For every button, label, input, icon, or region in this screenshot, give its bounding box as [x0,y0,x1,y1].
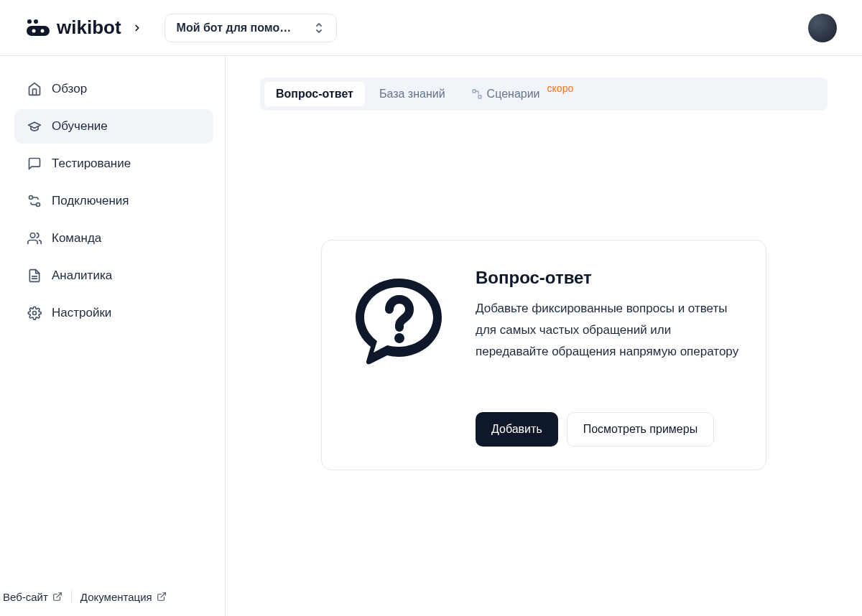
soon-badge: скоро [547,83,574,94]
website-link[interactable]: Веб-сайт [3,591,62,603]
tab-label: Сценарии [487,88,540,101]
bot-selector-label: Мой бот для помо… [177,22,292,34]
tabs: Вопрос-ответ База знаний Сценарии скоро [260,78,828,111]
plug-icon [27,194,42,208]
sidebar-item-analytics[interactable]: Аналитика [14,258,213,293]
tab-label: Вопрос-ответ [276,88,353,101]
sidebar: Обзор Обучение Тестирование Подключения [0,56,226,616]
graduation-icon [27,119,42,134]
sidebar-item-label: Команда [52,231,101,246]
empty-title: Вопрос-ответ [476,268,743,288]
svg-point-0 [27,19,32,24]
header-left: wikibot Мой бот для помо… [25,14,337,42]
svg-point-1 [34,19,38,24]
sidebar-item-label: Обучение [52,119,108,134]
header: wikibot Мой бот для помо… [0,0,862,56]
tab-qa[interactable]: Вопрос-ответ [264,82,365,106]
gear-icon [27,306,42,320]
divider [71,590,72,603]
question-bubble-icon [345,268,453,375]
logo-text: wikibot [57,17,121,39]
sidebar-item-label: Подключения [52,194,129,208]
sidebar-item-training[interactable]: Обучение [14,109,213,144]
svg-line-12 [161,593,165,597]
sidebar-item-label: Обзор [52,82,87,96]
svg-rect-2 [27,26,50,36]
logo[interactable]: wikibot [25,17,121,39]
sidebar-item-overview[interactable]: Обзор [14,72,213,106]
svg-rect-14 [478,95,481,98]
sidebar-footer: Веб-сайт Документация [0,577,213,616]
sidebar-item-label: Настройки [52,306,111,320]
empty-actions: Добавить Посмотреть примеры [476,412,743,447]
sidebar-item-team[interactable]: Команда [14,221,213,256]
updown-icon [313,22,325,34]
tab-knowledge-base[interactable]: База знаний [368,82,457,106]
tab-scenarios[interactable]: Сценарии скоро [460,82,585,106]
website-link-label: Веб-сайт [3,591,48,603]
logo-icon [25,19,51,37]
sidebar-item-integrations[interactable]: Подключения [14,184,213,218]
bot-selector[interactable]: Мой бот для помо… [164,14,337,42]
docs-link[interactable]: Документация [80,591,167,603]
svg-point-15 [394,333,404,343]
sidebar-nav: Обзор Обучение Тестирование Подключения [0,72,213,577]
sidebar-item-testing[interactable]: Тестирование [14,146,213,181]
add-button[interactable]: Добавить [476,412,558,447]
svg-line-11 [57,593,61,597]
svg-point-10 [33,312,37,315]
svg-point-3 [32,29,36,32]
sidebar-item-settings[interactable]: Настройки [14,296,213,330]
external-link-icon [52,592,62,602]
main: Вопрос-ответ База знаний Сценарии скоро [226,56,862,616]
sidebar-item-label: Тестирование [52,157,131,171]
chevron-right-icon [130,21,144,35]
examples-button[interactable]: Посмотреть примеры [567,412,714,447]
users-icon [27,231,42,246]
svg-point-7 [30,233,35,238]
external-link-icon [157,592,167,602]
docs-link-label: Документация [80,591,152,603]
flow-icon [471,88,483,100]
sidebar-item-label: Аналитика [52,269,112,283]
empty-description: Добавьте фиксированные вопросы и ответы … [476,298,743,362]
home-icon [27,82,42,96]
file-icon [27,269,42,283]
empty-content: Вопрос-ответ Добавьте фиксированные вопр… [476,268,743,447]
empty-state-card: Вопрос-ответ Добавьте фиксированные вопр… [321,240,766,470]
avatar[interactable] [808,14,837,42]
svg-point-4 [41,29,45,32]
chat-icon [27,157,42,171]
tab-label: База знаний [379,88,445,101]
